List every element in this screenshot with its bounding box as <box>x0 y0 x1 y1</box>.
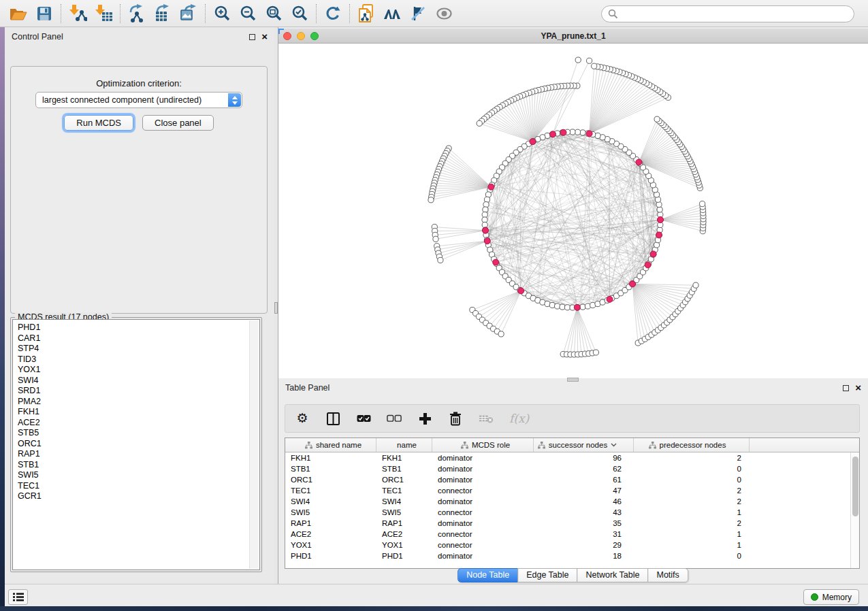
table-row[interactable]: SWI5SWI5connector431 <box>285 507 850 518</box>
mcds-result-item[interactable]: CAR1 <box>18 333 259 344</box>
add-column-icon[interactable] <box>417 411 432 426</box>
float-panel-icon[interactable] <box>843 385 849 391</box>
delete-table-icon[interactable] <box>479 411 494 426</box>
close-panel-button[interactable]: Close panel <box>142 115 214 131</box>
table-row[interactable]: RAP1RAP1dominator352 <box>285 518 850 529</box>
table-row[interactable]: ACE2ACE2connector311 <box>285 529 850 540</box>
hide-graphics-details-icon[interactable] <box>405 2 431 25</box>
network-canvas[interactable] <box>278 44 868 378</box>
zoom-fit-icon[interactable] <box>261 2 287 25</box>
table-cell: 1 <box>634 508 750 516</box>
split-panel-icon[interactable] <box>325 411 340 426</box>
mcds-result-item[interactable]: SWI5 <box>18 470 259 481</box>
close-panel-icon[interactable]: × <box>261 33 268 40</box>
table-cell: 62 <box>534 465 634 473</box>
search-input[interactable] <box>601 5 854 22</box>
import-network-icon[interactable] <box>65 2 91 25</box>
mcds-result-item[interactable]: PHD1 <box>18 323 259 333</box>
toolbar-separator <box>61 4 61 23</box>
mcds-result-item[interactable]: FKH1 <box>18 407 259 418</box>
zoom-out-icon[interactable] <box>235 2 261 25</box>
table-cell: 2 <box>634 519 750 527</box>
table-cell: FKH1 <box>376 454 432 462</box>
table-row[interactable]: PHD1PHD1dominator180 <box>285 550 850 561</box>
function-builder-icon[interactable]: f(x) <box>509 412 529 425</box>
mcds-result-item[interactable]: SRD1 <box>18 386 259 397</box>
save-session-icon[interactable] <box>31 2 57 25</box>
network-view-window: YPA_prune.txt_1 <box>278 29 868 378</box>
column-header-predecessor-nodes[interactable]: predecessor nodes <box>634 438 750 452</box>
table-cell: 2 <box>634 497 750 506</box>
float-panel-icon[interactable] <box>249 34 255 40</box>
column-header-MCDS-role[interactable]: MCDS role <box>432 438 534 452</box>
deselect-all-icon[interactable] <box>387 411 402 426</box>
import-table-icon[interactable] <box>91 2 116 25</box>
table-cell: dominator <box>432 552 534 560</box>
mcds-result-item[interactable]: TEC1 <box>18 481 259 492</box>
splitter-handle[interactable] <box>274 302 278 314</box>
table-row[interactable]: TEC1TEC1connector472 <box>285 485 850 496</box>
table-cell: 0 <box>634 476 750 484</box>
mcds-result-item[interactable]: TID3 <box>18 354 259 365</box>
mcds-result-item[interactable]: SWI4 <box>18 376 259 386</box>
show-log-button[interactable] <box>8 589 28 605</box>
table-row[interactable]: YOX1YOX1connector291 <box>285 540 850 550</box>
column-header-name[interactable]: name <box>376 438 432 452</box>
mcds-result-item[interactable]: STB1 <box>18 460 259 471</box>
tab-node-table[interactable]: Node Table <box>457 568 518 582</box>
tab-motifs[interactable]: Motifs <box>647 568 688 582</box>
table-row[interactable]: SWI4SWI4dominator462 <box>285 496 850 507</box>
memory-button[interactable]: Memory <box>803 589 859 605</box>
export-network-icon[interactable] <box>124 2 150 25</box>
status-bar: Memory <box>5 584 868 606</box>
table-header[interactable]: shared namenameMCDS rolesuccessor nodesp… <box>285 438 859 452</box>
mcds-result-item[interactable]: RAP1 <box>18 449 259 460</box>
open-file-icon[interactable] <box>5 2 31 25</box>
table-settings-icon[interactable]: ⚙ <box>295 411 310 426</box>
column-header-successor-nodes[interactable]: successor nodes <box>534 438 634 452</box>
network-window-titlebar[interactable]: YPA_prune.txt_1 <box>278 29 868 44</box>
mcds-result-item[interactable]: GCR1 <box>18 491 259 502</box>
run-mcds-button[interactable]: Run MCDS <box>64 115 133 131</box>
network-graph[interactable] <box>278 44 868 378</box>
zoom-in-icon[interactable] <box>209 2 235 25</box>
mcds-result-item[interactable]: PMA2 <box>18 397 259 408</box>
mcds-result-item[interactable]: ORC1 <box>18 439 259 450</box>
zoom-selected-icon[interactable] <box>287 2 312 25</box>
table-cell: STB1 <box>285 465 376 473</box>
select-all-icon[interactable] <box>356 411 371 426</box>
mcds-result-item[interactable]: STP4 <box>18 344 259 354</box>
bird-eye-view-icon[interactable] <box>431 2 457 25</box>
tab-network-table[interactable]: Network Table <box>577 568 649 582</box>
optimization-criterion-select[interactable]: largest connected component (undirected) <box>35 92 242 108</box>
tab-edge-table[interactable]: Edge Table <box>517 568 577 582</box>
toolbar-separator <box>349 4 350 23</box>
table-scrollbar[interactable] <box>850 452 859 568</box>
table-cell: 47 <box>534 486 634 495</box>
export-image-icon[interactable] <box>176 2 202 25</box>
mcds-result-list[interactable]: PHD1CAR1STP4TID3YOX1SWI4SRD1PMA2FKH1ACE2… <box>12 319 260 570</box>
table-panel: Table Panel × ⚙ <box>278 378 868 584</box>
clone-network-icon[interactable] <box>353 2 379 25</box>
scrollbar-thumb[interactable] <box>852 457 858 516</box>
mcds-result-item[interactable]: STB5 <box>18 428 259 439</box>
table-cell: 0 <box>634 465 750 473</box>
export-table-icon[interactable] <box>150 2 176 25</box>
table-row[interactable]: FKH1FKH1dominator962 <box>285 452 850 463</box>
column-header-shared-name[interactable]: shared name <box>285 438 376 452</box>
list-scrollbar[interactable] <box>249 320 259 569</box>
search-network-icon[interactable] <box>379 2 405 25</box>
node-table: shared namenameMCDS rolesuccessor nodesp… <box>285 437 860 569</box>
table-row[interactable]: STB1STB1dominator620 <box>285 463 850 474</box>
table-cell: 61 <box>534 476 634 484</box>
table-cell: 35 <box>534 519 634 527</box>
toolbar-separator <box>205 4 206 23</box>
search-icon <box>608 9 618 19</box>
mcds-result-item[interactable]: ACE2 <box>18 418 259 429</box>
table-cell: 2 <box>634 486 750 495</box>
mcds-result-item[interactable]: YOX1 <box>18 365 259 376</box>
close-panel-icon[interactable]: × <box>855 384 861 391</box>
table-row[interactable]: ORC1ORC1dominator610 <box>285 474 850 485</box>
delete-column-icon[interactable] <box>448 411 463 426</box>
refresh-icon[interactable] <box>320 2 346 25</box>
